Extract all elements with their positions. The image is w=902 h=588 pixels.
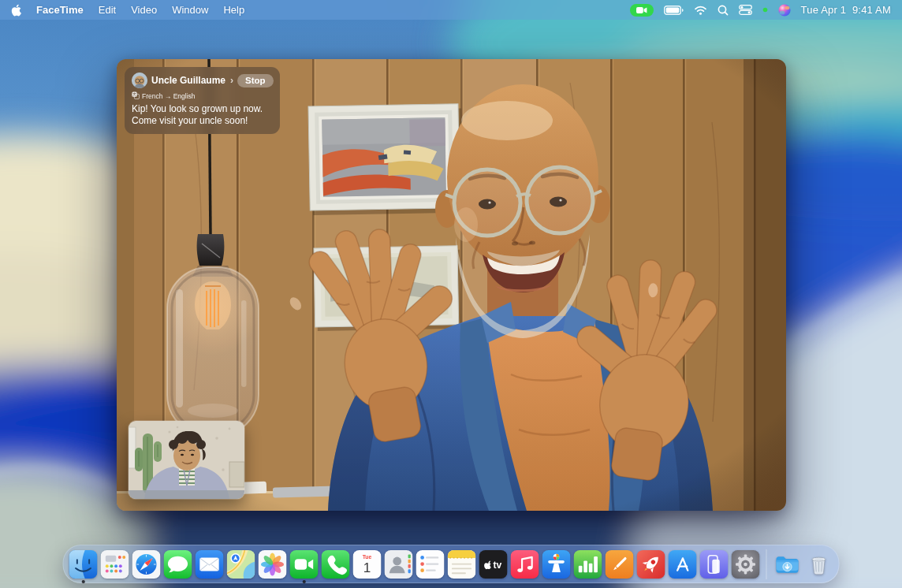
notes-icon — [448, 550, 476, 579]
dock: Tue1 tv — [63, 545, 840, 583]
video-camera-icon — [636, 6, 647, 14]
svg-text:1: 1 — [363, 560, 371, 575]
menu-video[interactable]: Video — [131, 4, 157, 16]
mail-icon — [196, 550, 224, 579]
translate-icon — [132, 91, 140, 101]
dock-item-tv[interactable]: tv — [479, 550, 508, 579]
live-caption-overlay: Uncle Guillaume › Stop French → English … — [125, 67, 280, 134]
dock-item-numbers[interactable] — [574, 550, 602, 579]
running-indicator — [303, 580, 306, 583]
caller-name[interactable]: Uncle Guillaume — [151, 75, 226, 86]
numbers-icon — [574, 550, 602, 579]
safari-icon — [132, 550, 161, 579]
menu-help[interactable]: Help — [223, 4, 244, 16]
dock-item-messages[interactable] — [164, 550, 192, 579]
dock-item-launchpad[interactable] — [101, 550, 129, 579]
caption-line: Kip! You look so grown up now. — [132, 103, 273, 116]
running-indicator — [82, 580, 85, 583]
chevron-right-icon[interactable]: › — [230, 75, 233, 86]
control-center-icon[interactable] — [739, 5, 752, 15]
pages-icon — [606, 550, 634, 579]
dock-item-phone[interactable] — [322, 550, 350, 579]
iphone-mirroring-icon — [700, 550, 729, 579]
games-rocket-icon — [637, 550, 665, 579]
dock-item-notes[interactable] — [448, 550, 476, 579]
dock-item-safari[interactable] — [132, 550, 161, 579]
camera-active-indicator[interactable] — [630, 4, 654, 17]
self-view-video — [129, 421, 244, 499]
dock-item-reminders[interactable] — [416, 550, 445, 579]
wifi-icon[interactable] — [694, 6, 707, 15]
photos-icon — [259, 550, 287, 579]
facetime-icon — [290, 550, 319, 579]
dock-item-photos[interactable] — [259, 550, 287, 579]
dock-divider — [766, 549, 767, 579]
desktop: FaceTime Edit Video Window Help — [0, 0, 902, 588]
menu-window[interactable]: Window — [172, 4, 208, 16]
finder-icon — [69, 550, 98, 579]
dock-item-system-settings[interactable] — [732, 550, 760, 579]
caller-avatar[interactable] — [132, 73, 147, 88]
dock-item-finder[interactable] — [69, 550, 98, 579]
contacts-icon — [385, 550, 413, 579]
music-icon — [511, 550, 539, 579]
self-view-pip[interactable] — [129, 421, 244, 499]
keynote-icon — [542, 550, 571, 579]
dock-item-trash[interactable] — [805, 550, 833, 579]
calendar-icon: Tue1 — [353, 550, 382, 579]
apple-tv-icon: tv — [479, 550, 508, 579]
dock-item-facetime[interactable] — [290, 550, 319, 579]
dock-item-contacts[interactable] — [385, 550, 413, 579]
dock-item-pages[interactable] — [606, 550, 634, 579]
dock-item-downloads-folder[interactable] — [773, 550, 802, 579]
apple-logo-icon — [11, 4, 21, 17]
dock-item-app-store[interactable] — [669, 550, 697, 579]
dock-item-iphone-mirroring[interactable] — [700, 550, 729, 579]
battery-icon[interactable] — [664, 6, 684, 15]
system-settings-gear-icon — [732, 550, 760, 579]
downloads-folder-icon — [773, 550, 802, 579]
apple-menu[interactable] — [11, 4, 21, 17]
launchpad-icon — [101, 550, 129, 579]
svg-text:Tue: Tue — [363, 554, 372, 560]
dock-item-music[interactable] — [511, 550, 539, 579]
reminders-icon — [416, 550, 445, 579]
app-store-icon — [669, 550, 697, 579]
camera-in-use-dot — [762, 7, 768, 13]
menu-bar-clock[interactable]: Tue Apr 1 9:41 AM — [801, 4, 891, 16]
menu-edit[interactable]: Edit — [99, 4, 116, 16]
dock-item-keynote[interactable] — [542, 550, 571, 579]
messages-icon — [164, 550, 192, 579]
translation-direction: French → English — [142, 92, 196, 100]
stop-translation-button[interactable]: Stop — [237, 74, 274, 87]
siri-icon[interactable] — [778, 4, 791, 17]
uncle-guillaume-memoji-icon — [132, 73, 147, 88]
dock-item-games[interactable] — [637, 550, 665, 579]
svg-text:tv: tv — [494, 559, 502, 570]
dock-item-maps[interactable] — [227, 550, 255, 579]
dock-item-mail[interactable] — [196, 550, 224, 579]
menu-bar: FaceTime Edit Video Window Help — [0, 0, 902, 20]
trash-icon — [805, 550, 833, 579]
caption-line: Come visit your uncle soon! — [132, 115, 273, 128]
maps-icon — [227, 550, 255, 579]
facetime-window[interactable]: Uncle Guillaume › Stop French → English … — [117, 59, 786, 511]
dock-item-calendar[interactable]: Tue1 — [353, 550, 382, 579]
spotlight-search-icon[interactable] — [718, 5, 729, 16]
phone-icon — [322, 550, 350, 579]
menu-facetime[interactable]: FaceTime — [36, 4, 84, 16]
